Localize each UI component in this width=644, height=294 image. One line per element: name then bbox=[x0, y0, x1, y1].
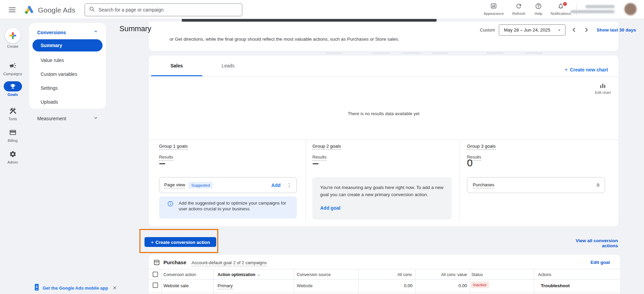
rail-label-goals: Goals bbox=[0, 92, 25, 97]
col-action-optimization[interactable]: Action optimization ↓ bbox=[218, 272, 260, 277]
sidebar-item-uploads[interactable]: Uploads bbox=[41, 99, 58, 105]
account-id-redacted bbox=[571, 10, 615, 13]
sidebar-item-value-rules[interactable]: Value rules bbox=[41, 58, 64, 63]
nav-section-measurement[interactable]: Measurement bbox=[37, 116, 66, 121]
plus-icon: + bbox=[151, 239, 154, 245]
date-range-dropdown[interactable]: May 28 – Jun 24, 2025 bbox=[499, 24, 565, 36]
rail-item-tools[interactable]: Tools bbox=[0, 107, 25, 121]
col-all-conv-value[interactable]: All conv. value bbox=[416, 272, 467, 277]
chevron-up-icon[interactable] bbox=[93, 29, 98, 35]
all-conv-value: 0.00 bbox=[372, 283, 413, 288]
no-goals-box: You're not measuring any goals here righ… bbox=[312, 177, 452, 219]
more-options-icon[interactable]: ⋮ bbox=[287, 182, 292, 188]
group-divider bbox=[306, 140, 306, 222]
add-goal-link[interactable]: Add goal bbox=[320, 205, 340, 211]
row-checkbox[interactable] bbox=[153, 282, 158, 288]
col-status[interactable]: Status bbox=[471, 272, 483, 277]
rail-item-billing[interactable]: Billing bbox=[0, 129, 25, 143]
top-bar: Google Ads Appearance Refresh Help bbox=[0, 0, 644, 19]
bar-chart-icon bbox=[599, 84, 606, 90]
topbar-divider bbox=[576, 3, 577, 16]
group1-metric: Results bbox=[159, 155, 173, 161]
appearance-icon bbox=[490, 5, 497, 10]
next-date-range-icon[interactable] bbox=[582, 26, 590, 35]
add-goal-button[interactable]: Add bbox=[271, 183, 281, 188]
chevron-down-icon[interactable] bbox=[93, 115, 98, 122]
sort-desc-icon: ↓ bbox=[258, 272, 260, 277]
col-divider bbox=[294, 269, 294, 294]
help-icon bbox=[535, 5, 542, 10]
group2-metric: Results bbox=[312, 155, 327, 161]
col-divider bbox=[534, 269, 534, 294]
close-icon[interactable]: ✕ bbox=[113, 285, 117, 291]
page-title: Summary bbox=[119, 24, 151, 33]
appearance-button[interactable]: Appearance bbox=[482, 3, 506, 16]
show-last-30-days-link[interactable]: Show last 30 days bbox=[597, 27, 636, 33]
brand-name: Google Ads bbox=[38, 6, 75, 14]
mobile-app-link[interactable]: Get the Google Ads mobile app bbox=[43, 286, 108, 291]
tab-sales[interactable]: Sales bbox=[151, 56, 202, 76]
purchases-count: 0 bbox=[597, 183, 599, 188]
account-name-redacted bbox=[585, 5, 615, 8]
nav-section-conversions[interactable]: Conversions bbox=[37, 30, 66, 35]
col-all-conv[interactable]: All conv. bbox=[372, 272, 413, 277]
select-all-checkbox[interactable] bbox=[153, 272, 158, 277]
col-conversion-source[interactable]: Conversion source bbox=[297, 272, 331, 277]
plus-icon: + bbox=[564, 66, 568, 73]
row-divider bbox=[149, 293, 620, 293]
sidebar-item-summary[interactable]: Summary bbox=[32, 39, 103, 51]
group3-value: 0 bbox=[467, 157, 473, 169]
refresh-icon bbox=[515, 5, 522, 10]
edit-chart-button[interactable]: Edit chart bbox=[595, 83, 610, 94]
create-conversion-action-button[interactable]: +Create conversion action bbox=[145, 237, 216, 247]
col-actions[interactable]: Actions bbox=[538, 272, 551, 277]
google-ads-logo[interactable]: Google Ads bbox=[24, 4, 75, 17]
cut-dotted-underline bbox=[487, 53, 503, 53]
empty-chart-message: There is no results data available yet bbox=[149, 111, 618, 116]
help-button[interactable]: Help bbox=[526, 3, 551, 16]
search-box[interactable] bbox=[85, 3, 242, 16]
cut-dotted-underline bbox=[432, 53, 447, 53]
cut-dotted-underline bbox=[373, 53, 389, 53]
mobile-app-banner: Get the Google Ads mobile app ✕ bbox=[34, 283, 117, 293]
summary-chart-card: Sales Leads +Create new chart Edit chart… bbox=[149, 56, 618, 226]
explainer-text: or Get directions, while the final group… bbox=[170, 37, 399, 42]
goals-trophy-icon bbox=[4, 81, 22, 91]
troubleshoot-link[interactable]: Troubleshoot bbox=[541, 283, 570, 288]
appearance-label: Appearance bbox=[482, 12, 506, 16]
avatar[interactable] bbox=[624, 3, 637, 15]
main-menu-icon[interactable] bbox=[9, 6, 16, 14]
account-default-goal-label: Account-default goal bbox=[192, 260, 232, 266]
group2-value-dash bbox=[313, 163, 318, 164]
edit-goal-link[interactable]: Edit goal bbox=[591, 260, 610, 265]
table-top-divider bbox=[149, 269, 620, 269]
purchase-goal-icon bbox=[153, 259, 160, 267]
rail-label-admin: Admin bbox=[0, 160, 25, 164]
rail-label-campaigns: Campaigns bbox=[0, 72, 25, 76]
notifications-button[interactable]: ! Notifications bbox=[549, 3, 573, 16]
cut-dotted-underline bbox=[327, 53, 342, 53]
prev-date-range-icon[interactable] bbox=[571, 26, 578, 35]
rail-item-campaigns[interactable]: Campaigns bbox=[0, 62, 25, 76]
group1-title: Group 1 goals bbox=[159, 144, 188, 150]
google-ads-logo-icon bbox=[24, 4, 35, 17]
tab-leads[interactable]: Leads bbox=[202, 56, 254, 76]
rail-item-admin[interactable]: Admin bbox=[0, 150, 25, 164]
billing-card-icon bbox=[9, 131, 17, 137]
suggested-goal-info-box: Add the suggested goal to optimize your … bbox=[159, 196, 297, 218]
sidebar-item-custom-variables[interactable]: Custom variables bbox=[41, 71, 77, 77]
rail-item-goals[interactable]: Goals bbox=[0, 81, 25, 97]
mobile-phone-icon bbox=[34, 283, 40, 293]
action-optimization-value: Primary bbox=[218, 283, 233, 289]
notification-badge: ! bbox=[562, 1, 568, 6]
help-label: Help bbox=[526, 12, 551, 16]
group1-value-dash bbox=[159, 163, 165, 164]
sidebar-item-settings[interactable]: Settings bbox=[41, 85, 58, 91]
view-all-conversion-actions-link[interactable]: View all conversion actions bbox=[565, 238, 618, 248]
search-input[interactable] bbox=[98, 7, 234, 13]
col-conversion-action[interactable]: Conversion action bbox=[163, 272, 196, 277]
rail-item-create[interactable]: Create bbox=[0, 28, 25, 48]
conversion-action-link[interactable]: Website sale bbox=[163, 283, 188, 288]
cut-dotted-underline bbox=[403, 53, 420, 53]
create-new-chart-link[interactable]: +Create new chart bbox=[564, 66, 608, 73]
